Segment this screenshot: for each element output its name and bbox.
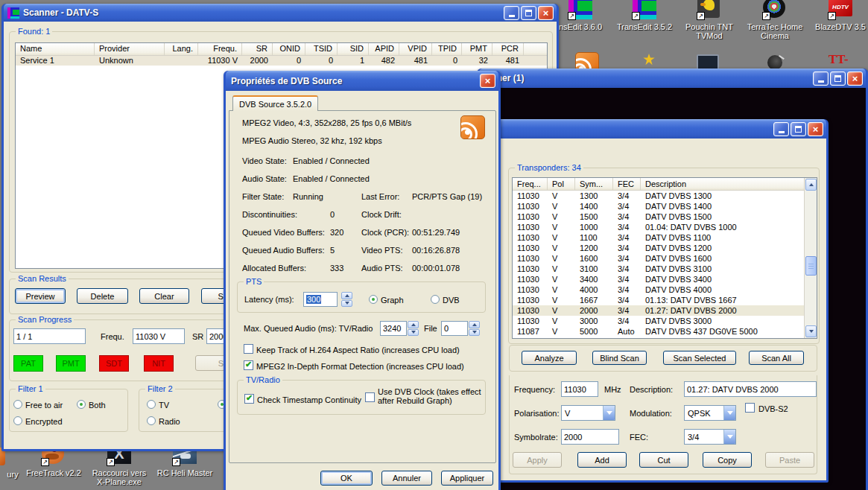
- apply-button[interactable]: Appliquer: [441, 471, 493, 486]
- column-header[interactable]: Description: [641, 178, 805, 190]
- dvbs2-checkbox[interactable]: [745, 403, 755, 413]
- analyze-button[interactable]: Analyze: [522, 351, 577, 365]
- ok-button[interactable]: OK: [320, 471, 373, 486]
- transponder-row[interactable]: 11030V31003/4DATV DVBS 3100: [513, 264, 804, 274]
- scanner-column-header[interactable]: Provider: [95, 43, 165, 55]
- timestamp-continuity-checkbox[interactable]: [244, 394, 254, 404]
- latency-spinner[interactable]: [341, 292, 352, 307]
- max-queued-tv-input[interactable]: 3240: [380, 321, 407, 336]
- scanner-titlebar[interactable]: Scanner - DATV-S ×: [4, 4, 557, 22]
- transponder-row[interactable]: 11030V13003/4DATV DVBS 1300: [513, 191, 804, 201]
- spin-up-icon[interactable]: [469, 321, 480, 328]
- use-dvb-clock-checkbox[interactable]: [365, 392, 375, 402]
- column-header[interactable]: Freq...: [513, 178, 548, 190]
- copy-button[interactable]: Copy: [703, 452, 752, 468]
- transponder-row[interactable]: 11030V12003/4DATV DVBS 1200: [513, 243, 804, 253]
- scanner-column-header[interactable]: Lang.: [165, 43, 198, 55]
- tt-logo-icon[interactable]: TT-: [829, 52, 849, 67]
- scanner-column-header[interactable]: APID: [369, 43, 399, 55]
- scrollbar-thumb[interactable]: [805, 256, 817, 276]
- desktop-icon-terratec[interactable]: ↗ TerraTec HomeCinema: [741, 0, 808, 40]
- transponder-row[interactable]: 11030V11003/4DATV DVBS 1100: [513, 232, 804, 243]
- clear-button[interactable]: Clear: [139, 288, 189, 304]
- scanner-table-row[interactable]: Service 1Unknown11030 V20000014824810324…: [16, 56, 547, 66]
- transponder-row[interactable]: 11030V34003/4DATV DVBS 3400: [513, 274, 804, 284]
- blind-scan-button[interactable]: Blind Scan: [592, 351, 647, 365]
- scanner-column-header[interactable]: TSID: [305, 43, 338, 55]
- apply-button[interactable]: Apply: [513, 452, 562, 468]
- spin-down-icon[interactable]: [469, 329, 480, 337]
- column-header[interactable]: Pol: [548, 178, 575, 190]
- desktop-icon-pouchin[interactable]: ↗ Pouchin TNTTVMod: [676, 0, 743, 40]
- transponder-row[interactable]: 11030V10003/401.04: DATV DVBS 1000: [513, 222, 804, 232]
- scroll-down-button[interactable]: [805, 325, 817, 337]
- transponder-row[interactable]: 11030V14003/4DATV DVBS 1400: [513, 201, 804, 211]
- transponder-row[interactable]: 11030V40003/4DATV DVBS 4000: [513, 284, 804, 295]
- cancel-button[interactable]: Annuler: [381, 471, 432, 486]
- free-to-air-radio[interactable]: [13, 400, 22, 409]
- polarisation-dropdown[interactable]: V: [561, 405, 615, 421]
- transponder-row[interactable]: 11030V20003/401.27: DATV DVBS 2000: [513, 305, 804, 316]
- scanner-column-header[interactable]: PCR: [492, 43, 524, 55]
- scan-progress-field[interactable]: 1 / 1: [13, 328, 86, 344]
- scanner-column-header[interactable]: Frequ.: [198, 43, 242, 55]
- column-header[interactable]: FEC: [613, 178, 641, 190]
- cut-button[interactable]: Cut: [639, 452, 688, 468]
- scanner-column-header[interactable]: VPID: [399, 43, 432, 55]
- transponder-row[interactable]: 11030V16673/401.13: DATV DVBS 1667: [513, 295, 804, 305]
- tv-radio[interactable]: [147, 400, 156, 409]
- scan-all-button[interactable]: Scan All: [749, 351, 804, 365]
- scanner-column-header[interactable]: ONID: [273, 43, 305, 55]
- delete-button[interactable]: Delete: [77, 288, 128, 304]
- max-queued-tv-spinner[interactable]: [408, 321, 419, 336]
- tuner-titlebar[interactable]: Tuner (1) ×: [479, 69, 866, 88]
- column-header[interactable]: Sym...: [575, 178, 613, 190]
- maximize-button[interactable]: [521, 6, 536, 20]
- graph-radio[interactable]: [369, 295, 378, 304]
- transponder-row[interactable]: 11030V30003/4DATV DVBS 3000: [513, 316, 804, 326]
- symbolrate-input[interactable]: 2000: [561, 429, 619, 445]
- scanner-column-header[interactable]: TPID: [432, 43, 462, 55]
- spin-up-icon[interactable]: [341, 292, 352, 299]
- scroll-up-button[interactable]: [805, 179, 817, 191]
- latency-input[interactable]: 300: [303, 292, 338, 307]
- minimize-button[interactable]: [773, 122, 789, 136]
- transponder-row[interactable]: 11030V15003/4DATV DVBS 1500: [513, 211, 804, 222]
- vertical-scrollbar[interactable]: [804, 178, 817, 338]
- h264-aspect-checkbox[interactable]: [244, 344, 253, 354]
- description-input[interactable]: 01.27: DATV DVBS 2000: [684, 381, 817, 397]
- desktop-icon-transedit-352[interactable]: ↗ TransEdit 3.5.2: [611, 0, 678, 31]
- minimize-button[interactable]: [504, 6, 519, 20]
- max-queued-file-spinner[interactable]: [469, 321, 480, 336]
- add-button[interactable]: Add: [577, 452, 627, 468]
- scanner-column-header[interactable]: Name: [16, 43, 95, 55]
- spin-down-icon[interactable]: [341, 300, 352, 308]
- close-button[interactable]: ×: [538, 6, 554, 20]
- minimize-button[interactable]: [813, 71, 829, 86]
- transponder-row[interactable]: 11087V5000AutoDATV DVBS 437 DG0VE 5000: [513, 326, 804, 337]
- scanner-column-header[interactable]: SID: [338, 43, 369, 55]
- close-button[interactable]: ×: [480, 74, 495, 88]
- desktop-icon-blazedtv[interactable]: HDTV ↗ BlazeDTV 3.5: [807, 0, 868, 31]
- maximize-button[interactable]: [791, 122, 806, 136]
- encrypted-radio[interactable]: [13, 416, 22, 425]
- frequency-field[interactable]: 11030 V: [133, 328, 185, 344]
- scanner-column-header[interactable]: SR: [242, 43, 273, 55]
- dialog-titlebar[interactable]: Propriétés de DVB Source ×: [226, 71, 498, 91]
- both-radio[interactable]: [77, 400, 86, 409]
- paste-button[interactable]: Paste: [765, 452, 814, 468]
- scan-selected-button[interactable]: Scan Selected: [663, 351, 736, 365]
- spin-down-icon[interactable]: [408, 329, 419, 337]
- wand-icon[interactable]: [639, 54, 658, 70]
- dvb-radio[interactable]: [431, 295, 440, 304]
- modulation-dropdown[interactable]: QPSK: [684, 405, 736, 421]
- mpeg2-indepth-checkbox[interactable]: [244, 360, 253, 370]
- preview-button[interactable]: Preview: [15, 288, 66, 304]
- close-button[interactable]: ×: [808, 122, 823, 136]
- fec-dropdown[interactable]: 3/4: [684, 429, 736, 445]
- transponder-list[interactable]: Freq... Pol Sym... FEC Description 11030…: [512, 177, 817, 339]
- max-queued-file-input[interactable]: 0: [441, 321, 468, 336]
- transponder-row[interactable]: 11030V16003/4DATV DVBS 1600: [513, 253, 804, 264]
- scanner-column-header[interactable]: PMT: [462, 43, 492, 55]
- radio-radio[interactable]: [147, 416, 156, 425]
